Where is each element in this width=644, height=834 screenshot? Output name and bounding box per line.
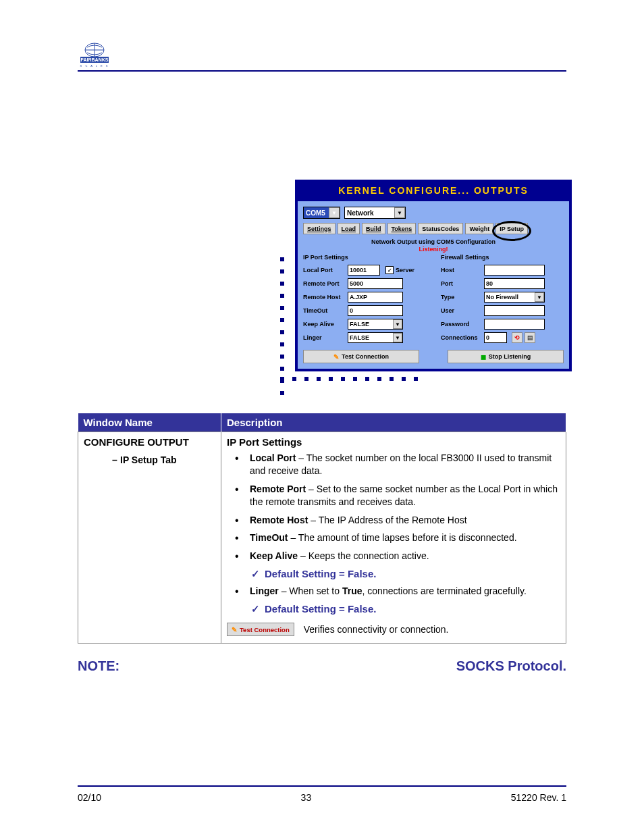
footer-page-number: 33 xyxy=(301,792,312,803)
fw-user-label: User xyxy=(441,307,481,314)
footer-date: 02/10 xyxy=(78,792,101,803)
com-port-value: COM5 xyxy=(306,209,325,217)
server-checkbox[interactable]: ✓ xyxy=(385,266,394,274)
keep-alive-label: Keep Alive xyxy=(303,321,345,328)
dropdown-arrow-icon: ▼ xyxy=(393,333,402,342)
fw-password-label: Password xyxy=(441,321,481,328)
cancel-icon[interactable]: ⟲ xyxy=(512,332,522,343)
test-connection-button[interactable]: ✎ Test Connection xyxy=(303,350,419,363)
ip-setup-tab-label: –IP Setup Tab xyxy=(84,454,215,465)
tab-bar: Settings Load Build Tokens StatusCodes W… xyxy=(303,223,564,234)
ip-port-settings-heading: IP Port Settings xyxy=(227,436,560,448)
ip-port-settings-title: IP Port Settings xyxy=(303,254,426,261)
item-remote-port: Remote Port – Set to the same socket num… xyxy=(227,483,560,509)
stop-listening-label: Stop Listening xyxy=(489,353,531,360)
fw-type-value: No Firewall xyxy=(486,294,518,301)
mode-value: Network xyxy=(347,209,373,217)
remote-port-input[interactable]: 5000 xyxy=(348,278,403,289)
dropdown-arrow-icon: ▼ xyxy=(329,207,340,218)
linger-select[interactable]: FALSE ▼ xyxy=(348,332,403,343)
remote-port-label: Remote Port xyxy=(303,280,345,287)
tab-settings[interactable]: Settings xyxy=(303,223,336,234)
fw-user-input[interactable] xyxy=(484,305,545,316)
dropdown-arrow-icon: ▼ xyxy=(394,207,405,218)
fw-host-input[interactable] xyxy=(484,265,545,276)
window-name-value: CONFIGURE OUTPUT xyxy=(84,436,215,448)
fw-type-select[interactable]: No Firewall ▼ xyxy=(484,292,545,303)
linger-value: FALSE xyxy=(350,334,369,341)
stop-icon: ◼ xyxy=(481,353,486,361)
dialog-title: KERNEL CONFIGURE... OUTPUTS xyxy=(298,182,569,201)
note-label: NOTE: xyxy=(78,658,119,674)
details-icon[interactable]: ▤ xyxy=(525,332,535,343)
footer-doc-rev: 51220 Rev. 1 xyxy=(511,792,566,803)
section-header-label: Network Output using COM5 Configuration xyxy=(303,238,564,245)
fw-connections-value: 0 xyxy=(484,332,507,343)
linger-label: Linger xyxy=(303,334,345,341)
status-listening: Listening! xyxy=(303,246,564,253)
remote-host-label: Remote Host xyxy=(303,294,345,301)
test-connection-inline-button[interactable]: ✎ Test Connection xyxy=(227,623,294,636)
local-port-label: Local Port xyxy=(303,267,345,273)
fw-connections-label: Connections xyxy=(441,334,481,341)
fw-host-label: Host xyxy=(441,267,481,273)
fw-port-input[interactable]: 80 xyxy=(484,278,545,289)
item-local-port: Local Port – The socket number on the lo… xyxy=(227,452,560,477)
item-remote-host: Remote Host – The IP Address of the Remo… xyxy=(227,514,560,527)
item-keep-alive: Keep Alive – Keeps the connection active… xyxy=(227,550,560,563)
test-connection-label: Test Connection xyxy=(342,353,389,360)
local-port-input[interactable]: 10001 xyxy=(348,265,380,276)
item-linger: Linger – When set to True, connections a… xyxy=(227,585,560,598)
com-port-select[interactable]: COM5 ▼ xyxy=(303,207,340,219)
kernel-configure-dialog: KERNEL CONFIGURE... OUTPUTS COM5 ▼ Netwo… xyxy=(295,180,572,371)
fairbanks-logo: FAIRBANKS S C A L E S xyxy=(78,42,111,69)
footer-divider xyxy=(78,785,566,787)
keep-alive-select[interactable]: FALSE ▼ xyxy=(348,319,403,330)
tab-build[interactable]: Build xyxy=(362,223,385,234)
tab-statuscodes[interactable]: StatusCodes xyxy=(418,223,463,234)
tab-load[interactable]: Load xyxy=(338,223,360,234)
wand-icon: ✎ xyxy=(333,353,339,361)
tab-weight[interactable]: Weight xyxy=(465,223,493,234)
svg-text:FAIRBANKS: FAIRBANKS xyxy=(81,57,109,62)
firewall-settings-title: Firewall Settings xyxy=(441,254,564,261)
fw-password-input[interactable] xyxy=(484,319,545,330)
stop-listening-button[interactable]: ◼ Stop Listening xyxy=(448,350,564,363)
dropdown-arrow-icon: ▼ xyxy=(393,319,402,329)
item-timeout: TimeOut – The amount of time lapses befo… xyxy=(227,531,560,544)
test-connection-inline-label: Test Connection xyxy=(240,626,290,633)
remote-host-input[interactable]: A.JXP xyxy=(348,292,403,303)
wand-icon: ✎ xyxy=(232,626,237,633)
server-label: Server xyxy=(396,267,414,273)
default-linger: Default Setting = False. xyxy=(227,603,560,615)
fw-port-label: Port xyxy=(441,280,481,287)
dropdown-arrow-icon: ▼ xyxy=(535,292,544,302)
timeout-input[interactable]: 0 xyxy=(348,305,403,316)
description-table: Window Name Description CONFIGURE OUTPUT… xyxy=(78,413,566,644)
mode-select[interactable]: Network ▼ xyxy=(344,207,406,219)
svg-text:S C A L E S: S C A L E S xyxy=(80,64,109,68)
socks-protocol-label: SOCKS Protocol. xyxy=(456,658,566,674)
timeout-label: TimeOut xyxy=(303,307,345,314)
th-description: Description xyxy=(221,413,566,432)
fw-type-label: Type xyxy=(441,294,481,301)
keep-alive-value: FALSE xyxy=(350,321,369,328)
verify-text: Verifies connectivity or connection. xyxy=(304,624,449,635)
th-window-name: Window Name xyxy=(78,413,221,432)
default-keep-alive: Default Setting = False. xyxy=(227,568,560,579)
tab-ip-setup[interactable]: IP Setup xyxy=(495,223,528,234)
tab-tokens[interactable]: Tokens xyxy=(387,223,417,234)
